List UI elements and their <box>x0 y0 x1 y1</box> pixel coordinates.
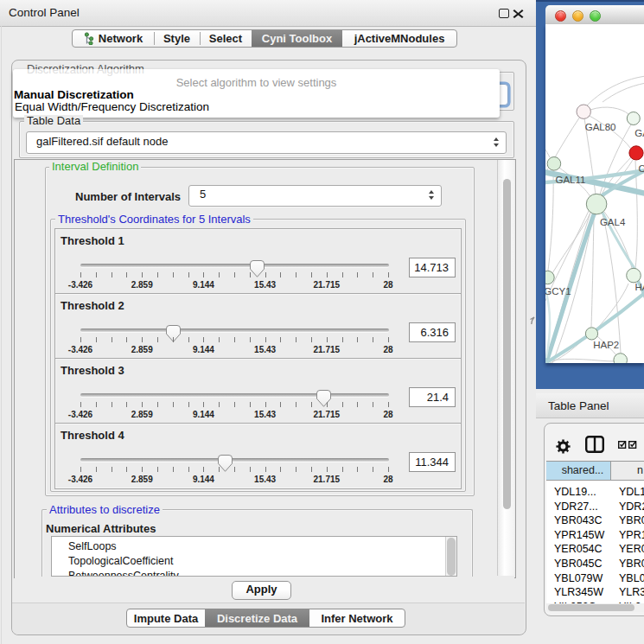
svg-text:GAL7: GAL7 <box>634 128 644 138</box>
svg-text:GAL4: GAL4 <box>600 217 626 227</box>
svg-text:HAP1: HAP1 <box>635 282 644 292</box>
svg-text:HAP2: HAP2 <box>593 340 619 350</box>
svg-text:GCY1: GCY1 <box>545 286 571 296</box>
svg-text:GAL80: GAL80 <box>585 122 616 132</box>
svg-text:GAL11: GAL11 <box>556 175 586 185</box>
svg-text:CDC: CDC <box>638 163 644 174</box>
